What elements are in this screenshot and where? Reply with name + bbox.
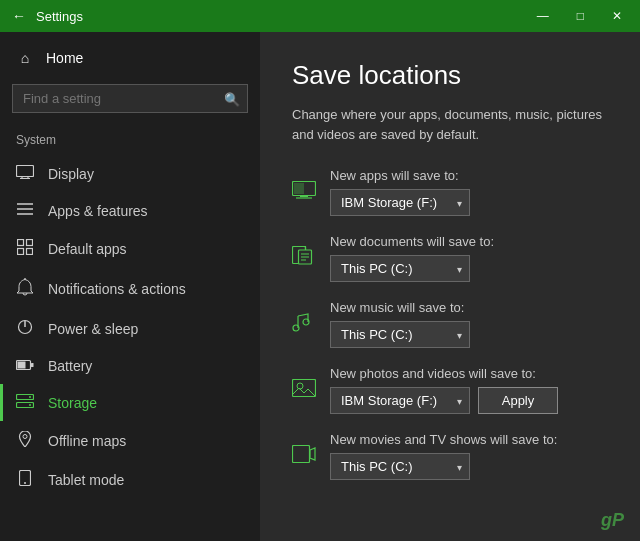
- content-area: Save locations Change where your apps, d…: [260, 32, 640, 541]
- default-apps-label: Default apps: [48, 241, 127, 257]
- save-row-documents: New documents will save to: This PC (C:)…: [292, 234, 608, 282]
- documents-row-icon: [292, 246, 320, 270]
- photos-row-icon: [292, 379, 320, 401]
- display-label: Display: [48, 166, 94, 182]
- section-label: System: [0, 129, 260, 155]
- docs-row-label: New documents will save to:: [330, 234, 494, 249]
- window-controls: — □ ✕: [531, 7, 628, 25]
- svg-point-19: [29, 404, 31, 406]
- svg-point-36: [297, 383, 303, 389]
- page-title: Save locations: [292, 60, 608, 91]
- home-icon: ⌂: [16, 50, 34, 66]
- photos-select[interactable]: IBM Storage (F:) This PC (C:): [330, 387, 470, 414]
- apps-select[interactable]: IBM Storage (F:) This PC (C:): [330, 189, 470, 216]
- sidebar-item-storage[interactable]: Storage: [0, 384, 260, 421]
- music-row-controls: This PC (C:) IBM Storage (F:) ▾: [330, 321, 470, 348]
- sidebar-item-power-sleep[interactable]: Power & sleep: [0, 309, 260, 348]
- photos-select-wrapper: IBM Storage (F:) This PC (C:) ▾: [330, 387, 470, 414]
- sidebar-item-tablet-mode[interactable]: Tablet mode: [0, 460, 260, 499]
- movies-row-controls: This PC (C:) IBM Storage (F:) ▾: [330, 453, 557, 480]
- sidebar-item-notifications[interactable]: Notifications & actions: [0, 268, 260, 309]
- apps-row-icon: [292, 181, 320, 203]
- svg-rect-24: [294, 183, 304, 194]
- watermark: gP: [601, 510, 624, 531]
- apps-select-wrapper: IBM Storage (F:) This PC (C:) ▾: [330, 189, 470, 216]
- svg-rect-14: [18, 362, 26, 369]
- display-icon: [16, 165, 34, 182]
- sidebar-item-default-apps[interactable]: Default apps: [0, 229, 260, 268]
- movies-select-wrapper: This PC (C:) IBM Storage (F:) ▾: [330, 453, 470, 480]
- offline-maps-label: Offline maps: [48, 433, 126, 449]
- storage-label: Storage: [48, 395, 97, 411]
- sidebar-item-offline-maps[interactable]: Offline maps: [0, 421, 260, 460]
- home-label: Home: [46, 50, 83, 66]
- svg-rect-37: [293, 446, 310, 463]
- movies-row-icon: [292, 445, 320, 467]
- sidebar-item-battery[interactable]: Battery: [0, 348, 260, 384]
- notifications-icon: [16, 278, 34, 299]
- docs-select-wrapper: This PC (C:) IBM Storage (F:) ▾: [330, 255, 470, 282]
- back-button[interactable]: ←: [12, 8, 26, 24]
- svg-rect-8: [27, 240, 33, 246]
- svg-point-20: [23, 435, 27, 439]
- save-row-movies: New movies and TV shows will save to: Th…: [292, 432, 608, 480]
- sidebar: ⌂ Home 🔍 System Display: [0, 32, 260, 541]
- title-bar: ← Settings — □ ✕: [0, 0, 640, 32]
- storage-icon: [16, 394, 34, 411]
- photos-row-controls: IBM Storage (F:) This PC (C:) ▾ Apply: [330, 387, 558, 414]
- apps-row-controls: IBM Storage (F:) This PC (C:) ▾: [330, 189, 470, 216]
- power-icon: [16, 319, 34, 338]
- maximize-button[interactable]: □: [571, 7, 590, 25]
- tablet-icon: [16, 470, 34, 489]
- save-row-photos: New photos and videos will save to: IBM …: [292, 366, 608, 414]
- search-icon: 🔍: [224, 91, 240, 106]
- movies-row-label: New movies and TV shows will save to:: [330, 432, 557, 447]
- svg-point-18: [29, 396, 31, 398]
- svg-rect-25: [300, 195, 308, 197]
- page-description: Change where your apps, documents, music…: [292, 105, 608, 144]
- power-sleep-label: Power & sleep: [48, 321, 138, 337]
- battery-icon: [16, 358, 34, 374]
- search-input[interactable]: [12, 84, 248, 113]
- svg-rect-7: [18, 240, 24, 246]
- svg-rect-9: [18, 249, 24, 255]
- apps-row-content: New apps will save to: IBM Storage (F:) …: [330, 168, 470, 216]
- app-body: ⌂ Home 🔍 System Display: [0, 32, 640, 541]
- default-apps-icon: [16, 239, 34, 258]
- close-button[interactable]: ✕: [606, 7, 628, 25]
- apps-features-label: Apps & features: [48, 203, 148, 219]
- app-title: Settings: [36, 9, 531, 24]
- search-container: 🔍: [12, 84, 248, 113]
- music-row-content: New music will save to: This PC (C:) IBM…: [330, 300, 470, 348]
- music-row-icon: [292, 312, 320, 336]
- save-row-apps: New apps will save to: IBM Storage (F:) …: [292, 168, 608, 216]
- maps-icon: [16, 431, 34, 450]
- music-row-label: New music will save to:: [330, 300, 470, 315]
- music-select-wrapper: This PC (C:) IBM Storage (F:) ▾: [330, 321, 470, 348]
- movies-row-content: New movies and TV shows will save to: Th…: [330, 432, 557, 480]
- apply-button[interactable]: Apply: [478, 387, 558, 414]
- docs-select[interactable]: This PC (C:) IBM Storage (F:): [330, 255, 470, 282]
- save-row-music: New music will save to: This PC (C:) IBM…: [292, 300, 608, 348]
- movies-select[interactable]: This PC (C:) IBM Storage (F:): [330, 453, 470, 480]
- photos-row-content: New photos and videos will save to: IBM …: [330, 366, 558, 414]
- apps-icon: [16, 202, 34, 219]
- sidebar-item-apps-features[interactable]: Apps & features: [0, 192, 260, 229]
- music-select[interactable]: This PC (C:) IBM Storage (F:): [330, 321, 470, 348]
- notifications-label: Notifications & actions: [48, 281, 186, 297]
- apps-row-label: New apps will save to:: [330, 168, 470, 183]
- battery-label: Battery: [48, 358, 92, 374]
- svg-rect-10: [27, 249, 33, 255]
- svg-point-22: [24, 482, 26, 484]
- tablet-mode-label: Tablet mode: [48, 472, 124, 488]
- sidebar-item-display[interactable]: Display: [0, 155, 260, 192]
- photos-row-label: New photos and videos will save to:: [330, 366, 558, 381]
- sidebar-item-home[interactable]: ⌂ Home: [0, 40, 260, 76]
- svg-rect-15: [31, 363, 34, 367]
- docs-row-controls: This PC (C:) IBM Storage (F:) ▾: [330, 255, 494, 282]
- docs-row-content: New documents will save to: This PC (C:)…: [330, 234, 494, 282]
- svg-rect-0: [17, 166, 34, 177]
- svg-rect-35: [293, 380, 316, 397]
- minimize-button[interactable]: —: [531, 7, 555, 25]
